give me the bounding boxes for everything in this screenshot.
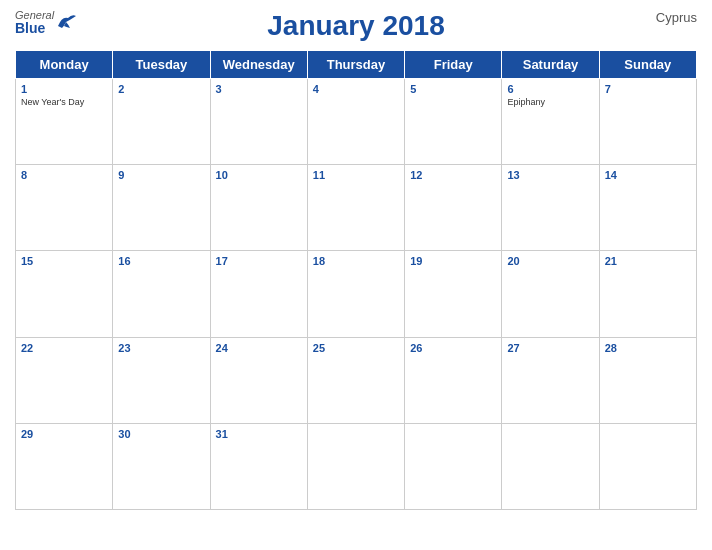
calendar-cell: 9 [113,165,210,251]
calendar-cell: 1New Year's Day [16,79,113,165]
calendar-cell [502,423,599,509]
day-number: 25 [313,342,399,354]
day-number: 28 [605,342,691,354]
calendar-cell: 4 [307,79,404,165]
calendar-cell: 31 [210,423,307,509]
calendar-cell [307,423,404,509]
logo-bird-icon [56,12,78,30]
holiday-text: Epiphany [507,97,593,107]
day-number: 3 [216,83,302,95]
calendar-cell: 18 [307,251,404,337]
day-number: 18 [313,255,399,267]
calendar-cell: 5 [405,79,502,165]
calendar-cell: 22 [16,337,113,423]
calendar-cell: 25 [307,337,404,423]
day-number: 9 [118,169,204,181]
day-number: 26 [410,342,496,354]
day-number: 7 [605,83,691,95]
calendar-cell: 13 [502,165,599,251]
day-number: 21 [605,255,691,267]
day-number: 12 [410,169,496,181]
calendar-cell: 20 [502,251,599,337]
day-number: 13 [507,169,593,181]
day-number: 14 [605,169,691,181]
day-number: 27 [507,342,593,354]
day-number: 16 [118,255,204,267]
calendar-week-row: 15161718192021 [16,251,697,337]
calendar-cell: 16 [113,251,210,337]
day-number: 20 [507,255,593,267]
calendar-cell: 23 [113,337,210,423]
weekday-header-sunday: Sunday [599,51,696,79]
calendar-cell: 7 [599,79,696,165]
calendar-cell [599,423,696,509]
calendar-cell: 3 [210,79,307,165]
day-number: 2 [118,83,204,95]
day-number: 19 [410,255,496,267]
calendar-title: January 2018 [267,10,444,42]
calendar-cell: 17 [210,251,307,337]
calendar-cell: 27 [502,337,599,423]
calendar-week-row: 891011121314 [16,165,697,251]
day-number: 22 [21,342,107,354]
calendar-cell [405,423,502,509]
weekday-header-thursday: Thursday [307,51,404,79]
weekday-header-wednesday: Wednesday [210,51,307,79]
day-number: 4 [313,83,399,95]
day-number: 31 [216,428,302,440]
calendar-cell: 24 [210,337,307,423]
day-number: 6 [507,83,593,95]
calendar-cell: 12 [405,165,502,251]
weekday-header-friday: Friday [405,51,502,79]
day-number: 24 [216,342,302,354]
calendar-cell: 26 [405,337,502,423]
logo-blue: Blue [15,21,45,35]
day-number: 30 [118,428,204,440]
day-number: 10 [216,169,302,181]
day-number: 15 [21,255,107,267]
weekday-header-monday: Monday [16,51,113,79]
calendar-cell: 15 [16,251,113,337]
calendar-cell: 30 [113,423,210,509]
calendar-table: MondayTuesdayWednesdayThursdayFridaySatu… [15,50,697,510]
day-number: 8 [21,169,107,181]
calendar-cell: 8 [16,165,113,251]
weekday-header-tuesday: Tuesday [113,51,210,79]
weekday-header-row: MondayTuesdayWednesdayThursdayFridaySatu… [16,51,697,79]
calendar-cell: 28 [599,337,696,423]
calendar-week-row: 293031 [16,423,697,509]
logo: General Blue [15,10,78,35]
country-name: Cyprus [656,10,697,25]
calendar-cell: 2 [113,79,210,165]
weekday-header-saturday: Saturday [502,51,599,79]
holiday-text: New Year's Day [21,97,107,107]
calendar-cell: 14 [599,165,696,251]
calendar-cell: 21 [599,251,696,337]
calendar-cell: 19 [405,251,502,337]
calendar-cell: 11 [307,165,404,251]
calendar-cell: 6Epiphany [502,79,599,165]
calendar-cell: 10 [210,165,307,251]
calendar-week-row: 22232425262728 [16,337,697,423]
day-number: 17 [216,255,302,267]
day-number: 1 [21,83,107,95]
calendar-container: General Blue January 2018 Cyprus MondayT… [0,0,712,550]
day-number: 5 [410,83,496,95]
day-number: 29 [21,428,107,440]
calendar-week-row: 1New Year's Day23456Epiphany7 [16,79,697,165]
calendar-cell: 29 [16,423,113,509]
calendar-header: General Blue January 2018 Cyprus [15,10,697,42]
day-number: 23 [118,342,204,354]
day-number: 11 [313,169,399,181]
